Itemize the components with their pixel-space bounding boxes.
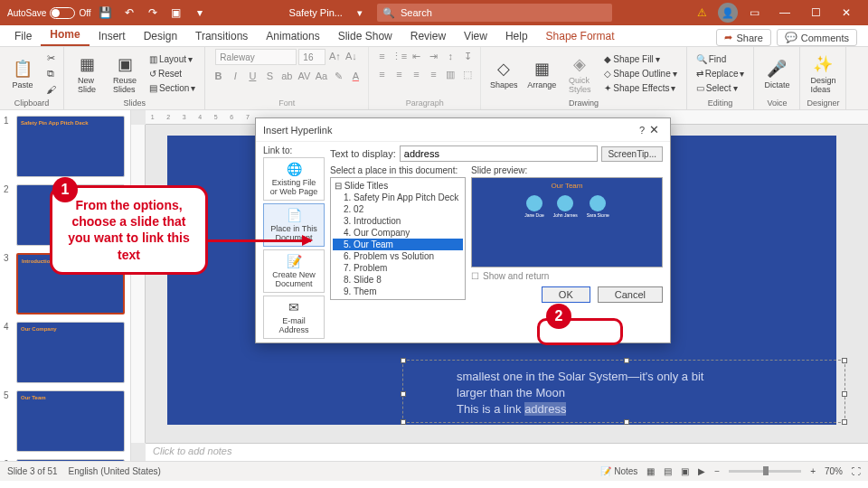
zoom-slider[interactable] bbox=[729, 470, 801, 473]
thumbnail-4[interactable]: Our Company bbox=[16, 322, 125, 383]
existing-file-button[interactable]: 🌐Existing File or Web Page bbox=[263, 157, 325, 201]
notes-pane[interactable]: Click to add notes bbox=[146, 443, 868, 461]
tab-transitions[interactable]: Transitions bbox=[186, 26, 257, 46]
tab-insert[interactable]: Insert bbox=[90, 26, 135, 46]
dialog-close-icon[interactable]: ✕ bbox=[645, 123, 663, 136]
new-slide-button[interactable]: ▦New Slide bbox=[70, 51, 104, 98]
undo-icon[interactable]: ↶ bbox=[120, 4, 138, 22]
bold-icon[interactable]: B bbox=[211, 69, 225, 83]
align-left-icon[interactable]: ≡ bbox=[374, 67, 389, 81]
show-return-checkbox[interactable]: ☐Show and return bbox=[471, 271, 663, 281]
font-size-select[interactable]: 16 bbox=[298, 49, 326, 65]
user-avatar[interactable]: 👤 bbox=[718, 3, 738, 23]
layout-button[interactable]: ▥ Layout ▾ bbox=[146, 52, 199, 66]
tree-item-5[interactable]: 5. Our Team bbox=[333, 239, 463, 250]
underline-icon[interactable]: U bbox=[245, 69, 259, 83]
tab-view[interactable]: View bbox=[455, 26, 496, 46]
line-spacing-icon[interactable]: ↕ bbox=[443, 49, 458, 63]
zoom-level[interactable]: 70% bbox=[825, 466, 843, 476]
tab-review[interactable]: Review bbox=[401, 26, 455, 46]
redo-icon[interactable]: ↷ bbox=[144, 4, 162, 22]
design-ideas-button[interactable]: ✨Design Ideas bbox=[806, 51, 840, 98]
close-icon[interactable]: ✕ bbox=[832, 4, 861, 22]
tree-item-9[interactable]: 9. Them bbox=[333, 286, 463, 297]
indent-inc-icon[interactable]: ⇥ bbox=[426, 49, 440, 63]
arrange-button[interactable]: ▦Arrange bbox=[524, 51, 559, 98]
case-icon[interactable]: Aa bbox=[314, 69, 328, 83]
find-button[interactable]: 🔍 Find bbox=[693, 52, 749, 66]
notes-toggle[interactable]: 📝 Notes bbox=[600, 466, 637, 476]
dictate-button[interactable]: 🎤Dictate bbox=[760, 51, 794, 98]
reset-button[interactable]: ↺ Reset bbox=[146, 67, 199, 80]
zoom-in-icon[interactable]: + bbox=[810, 466, 816, 476]
shape-effects-button[interactable]: ✦ Shape Effects ▾ bbox=[600, 81, 680, 95]
tab-animations[interactable]: Animations bbox=[257, 26, 328, 46]
shadow-icon[interactable]: ab bbox=[279, 69, 294, 83]
increase-font-icon[interactable]: A↑ bbox=[327, 49, 342, 63]
tree-item-1[interactable]: 1. Safety Pin App Pitch Deck bbox=[333, 192, 463, 203]
cut-icon[interactable]: ✂ bbox=[43, 52, 58, 66]
comments-button[interactable]: 💬Comments bbox=[777, 29, 857, 46]
align-center-icon[interactable]: ≡ bbox=[392, 67, 406, 81]
highlight-icon[interactable]: ✎ bbox=[331, 69, 345, 83]
language-label[interactable]: English (United States) bbox=[69, 466, 161, 476]
align-right-icon[interactable]: ≡ bbox=[409, 67, 423, 81]
tree-item-3[interactable]: 3. Introduction bbox=[333, 215, 463, 227]
spacing-icon[interactable]: AV bbox=[297, 69, 311, 83]
warning-icon[interactable]: ⚠ bbox=[693, 4, 711, 22]
slide-tree[interactable]: ⊟ Slide Titles 1. Safety Pin App Pitch D… bbox=[330, 177, 466, 300]
tab-shape-format[interactable]: Shape Format bbox=[537, 26, 624, 46]
select-button[interactable]: ▭ Select ▾ bbox=[693, 81, 749, 95]
shape-outline-button[interactable]: ◇ Shape Outline ▾ bbox=[600, 67, 680, 80]
maximize-icon[interactable]: ☐ bbox=[801, 4, 830, 22]
thumbnail-5[interactable]: Our Team bbox=[16, 390, 125, 452]
bullets-icon[interactable]: ≡ bbox=[374, 49, 389, 63]
tab-design[interactable]: Design bbox=[135, 26, 186, 46]
minimize-icon[interactable]: — bbox=[770, 4, 799, 22]
ribbon-display-icon[interactable]: ▭ bbox=[745, 4, 763, 22]
shape-fill-button[interactable]: ◆ Shape Fill ▾ bbox=[600, 52, 680, 66]
format-painter-icon[interactable]: 🖌 bbox=[43, 82, 58, 97]
view-reading-icon[interactable]: ▣ bbox=[681, 466, 689, 476]
thumbnail-1[interactable]: Safety Pin App Pitch Deck bbox=[16, 116, 125, 177]
view-normal-icon[interactable]: ▦ bbox=[646, 466, 655, 476]
view-slideshow-icon[interactable]: ▶ bbox=[698, 466, 705, 476]
save-icon[interactable]: 💾 bbox=[97, 4, 115, 22]
section-button[interactable]: ▤ Section ▾ bbox=[146, 81, 199, 95]
tree-item-4[interactable]: 4. Our Company bbox=[333, 227, 463, 239]
tree-item-7[interactable]: 7. Problem bbox=[333, 262, 463, 274]
tree-item-2[interactable]: 2. 02 bbox=[333, 203, 463, 215]
tab-help[interactable]: Help bbox=[496, 26, 537, 46]
copy-icon[interactable]: ⧉ bbox=[43, 67, 58, 81]
slideshow-quick-icon[interactable]: ▣ bbox=[167, 4, 185, 22]
search-input[interactable]: 🔍 Search bbox=[377, 4, 612, 22]
share-button[interactable]: ➦Share bbox=[716, 29, 770, 46]
text-to-display-input[interactable] bbox=[400, 145, 599, 162]
view-sorter-icon[interactable]: ▤ bbox=[664, 466, 672, 476]
create-new-button[interactable]: 📝Create New Document bbox=[263, 249, 325, 293]
ok-button[interactable]: OK bbox=[542, 286, 590, 303]
shapes-button[interactable]: ◇Shapes bbox=[486, 51, 521, 98]
zoom-out-icon[interactable]: − bbox=[714, 466, 720, 476]
justify-icon[interactable]: ≡ bbox=[426, 67, 440, 81]
tree-item-8[interactable]: 8. Slide 8 bbox=[333, 274, 463, 286]
font-name-select[interactable]: Raleway bbox=[215, 49, 297, 65]
email-address-button[interactable]: ✉E-mail Address bbox=[263, 296, 325, 339]
strike-icon[interactable]: S bbox=[262, 69, 277, 83]
tree-item-6[interactable]: 6. Problem vs Solution bbox=[333, 250, 463, 262]
thumbnail-6[interactable] bbox=[16, 459, 125, 461]
paste-button[interactable]: 📋Paste bbox=[5, 51, 40, 98]
decrease-font-icon[interactable]: A↓ bbox=[344, 49, 358, 63]
autosave-toggle[interactable]: AutoSave Off bbox=[7, 7, 91, 19]
tab-slideshow[interactable]: Slide Show bbox=[329, 26, 401, 46]
tab-file[interactable]: File bbox=[5, 26, 41, 46]
screentip-button[interactable]: ScreenTip... bbox=[601, 146, 663, 162]
columns-icon[interactable]: ▥ bbox=[443, 67, 458, 81]
tab-home[interactable]: Home bbox=[41, 24, 89, 46]
italic-icon[interactable]: I bbox=[228, 69, 242, 83]
tree-root[interactable]: ⊟ Slide Titles bbox=[333, 180, 463, 192]
smartart-icon[interactable]: ⬚ bbox=[460, 67, 475, 81]
fit-slide-icon[interactable]: ⛶ bbox=[852, 466, 861, 476]
qat-more-icon[interactable]: ▾ bbox=[191, 4, 209, 22]
numbering-icon[interactable]: ⋮≡ bbox=[392, 49, 406, 63]
